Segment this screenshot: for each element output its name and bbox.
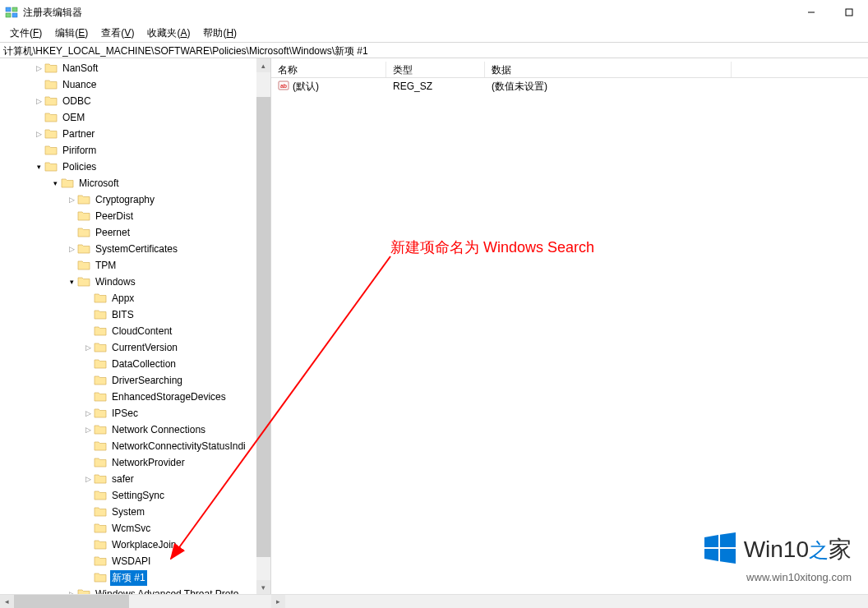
- tree-node[interactable]: ▷Network Connections: [0, 421, 270, 438]
- svg-rect-0: [6, 7, 11, 12]
- folder-icon: [77, 194, 90, 205]
- chevron-right-icon[interactable]: ▷: [82, 409, 94, 417]
- chevron-down-icon[interactable]: ▾: [66, 278, 77, 286]
- tree-node-label: NanSoft: [61, 62, 99, 75]
- tree-node[interactable]: TPM: [0, 257, 270, 274]
- tree-node[interactable]: Appx: [0, 290, 270, 306]
- menu-favorites[interactable]: 收藏夹(A): [141, 25, 196, 41]
- tree-node[interactable]: BITS: [0, 306, 270, 323]
- tree-vscroll[interactable]: ▴ ▾: [256, 58, 270, 594]
- scroll-thumb[interactable]: [256, 97, 270, 557]
- svg-rect-2: [12, 7, 17, 12]
- menu-edit[interactable]: 编辑(E): [48, 25, 95, 41]
- watermark-brand: Win10之家: [744, 534, 852, 565]
- tree-node[interactable]: CloudContent: [0, 323, 270, 339]
- folder-icon: [94, 572, 107, 583]
- tree-node-label: OEM: [61, 111, 86, 124]
- tree-node-label: CloudContent: [110, 325, 173, 338]
- scroll-up-icon[interactable]: ▴: [256, 58, 270, 72]
- tree-node[interactable]: System: [0, 504, 270, 520]
- tree-node[interactable]: NetworkConnectivityStatusIndi: [0, 438, 270, 454]
- tree-node[interactable]: Nuance: [0, 76, 270, 93]
- address-bar[interactable]: 计算机\HKEY_LOCAL_MACHINE\SOFTWARE\Policies…: [0, 42, 868, 58]
- tree-node[interactable]: ▾Windows: [0, 274, 270, 290]
- chevron-right-icon[interactable]: ▷: [82, 343, 94, 352]
- chevron-right-icon[interactable]: ▷: [82, 475, 94, 483]
- tree-node[interactable]: OEM: [0, 109, 270, 126]
- tree-node[interactable]: ▷IPSec: [0, 405, 270, 421]
- tree-node[interactable]: ▷NanSoft: [0, 60, 270, 76]
- column-type[interactable]: 类型: [386, 62, 485, 77]
- scroll-right-icon[interactable]: ▸: [271, 595, 285, 609]
- column-data[interactable]: 数据: [485, 62, 732, 77]
- tree-node-label: Appx: [110, 292, 136, 305]
- folder-icon: [94, 424, 107, 435]
- menu-file[interactable]: 文件(F): [3, 25, 48, 41]
- tree-node[interactable]: ▾Microsoft: [0, 175, 270, 191]
- maximize-button[interactable]: [830, 0, 868, 25]
- tree-node[interactable]: DriverSearching: [0, 372, 270, 389]
- tree-node[interactable]: ▷Partner: [0, 126, 270, 142]
- folder-icon: [44, 128, 58, 140]
- string-value-icon: ab: [278, 80, 289, 94]
- chevron-right-icon[interactable]: ▷: [33, 130, 44, 138]
- menu-help[interactable]: 帮助(H): [196, 25, 243, 41]
- chevron-right-icon[interactable]: ▷: [82, 426, 94, 434]
- titlebar: 注册表编辑器: [0, 0, 868, 25]
- folder-icon: [44, 79, 58, 90]
- scroll-left-icon[interactable]: ◂: [0, 595, 14, 609]
- tree-node[interactable]: PeerDist: [0, 208, 270, 224]
- menu-view[interactable]: 查看(V): [95, 25, 141, 41]
- value-type-cell: REG_SZ: [386, 81, 485, 92]
- chevron-right-icon[interactable]: ▷: [66, 196, 77, 204]
- scroll-down-icon[interactable]: ▾: [256, 580, 270, 594]
- chevron-right-icon[interactable]: ▷: [66, 245, 77, 253]
- svg-marker-11: [720, 532, 736, 547]
- tree-hscroll[interactable]: ◂ ▸: [0, 594, 868, 608]
- chevron-down-icon[interactable]: ▾: [49, 179, 61, 187]
- folder-icon: [44, 145, 58, 156]
- tree-node[interactable]: WcmSvc: [0, 520, 270, 537]
- value-rows: ab(默认)REG_SZ(数值未设置): [271, 78, 868, 94]
- tree-node-label: IPSec: [110, 407, 140, 420]
- registry-tree[interactable]: ▷NanSoftNuance▷ODBCOEM▷PartnerPiriform▾P…: [0, 58, 270, 594]
- hscroll-thumb[interactable]: [14, 595, 129, 609]
- tree-node-label: NetworkConnectivityStatusIndi: [110, 440, 247, 453]
- folder-icon: [44, 112, 58, 123]
- folder-icon: [77, 227, 90, 238]
- tree-node[interactable]: 新项 #1: [0, 569, 270, 586]
- column-headers[interactable]: 名称 类型 数据: [271, 58, 868, 78]
- folder-icon: [77, 243, 90, 255]
- tree-node[interactable]: ▾Policies: [0, 159, 270, 175]
- tree-node[interactable]: EnhancedStorageDevices: [0, 389, 270, 405]
- tree-node[interactable]: ▷CurrentVersion: [0, 339, 270, 356]
- folder-icon: [94, 292, 107, 304]
- tree-node[interactable]: ▷safer: [0, 471, 270, 487]
- tree-node[interactable]: SettingSync: [0, 487, 270, 504]
- tree-node-label[interactable]: 新项 #1: [110, 570, 147, 586]
- chevron-right-icon[interactable]: ▷: [33, 64, 44, 72]
- chevron-right-icon[interactable]: ▷: [33, 97, 44, 105]
- tree-node[interactable]: ▷SystemCertificates: [0, 241, 270, 257]
- column-name[interactable]: 名称: [271, 62, 386, 77]
- brand-left: Win10: [744, 537, 809, 563]
- tree-node[interactable]: DataCollection: [0, 356, 270, 372]
- minimize-button[interactable]: [792, 0, 830, 25]
- watermark: Win10之家 www.win10xitong.com: [703, 531, 852, 583]
- tree-node[interactable]: ▷ODBC: [0, 93, 270, 109]
- folder-icon: [94, 391, 107, 403]
- tree-node[interactable]: WorkplaceJoin: [0, 537, 270, 553]
- value-row[interactable]: ab(默认)REG_SZ(数值未设置): [271, 78, 868, 94]
- tree-node-label: BITS: [110, 308, 136, 321]
- tree-node[interactable]: Peernet: [0, 224, 270, 241]
- tree-node[interactable]: ▷Windows Advanced Threat Prote: [0, 586, 270, 594]
- tree-panel: ▷NanSoftNuance▷ODBCOEM▷PartnerPiriform▾P…: [0, 58, 271, 594]
- tree-node[interactable]: Piriform: [0, 142, 270, 159]
- tree-node-label: DataCollection: [110, 357, 178, 371]
- tree-node[interactable]: NetworkProvider: [0, 454, 270, 471]
- tree-node-label: Policies: [61, 160, 98, 173]
- chevron-down-icon[interactable]: ▾: [33, 163, 44, 171]
- folder-icon: [77, 210, 90, 222]
- tree-node[interactable]: WSDAPI: [0, 553, 270, 569]
- tree-node[interactable]: ▷Cryptography: [0, 191, 270, 208]
